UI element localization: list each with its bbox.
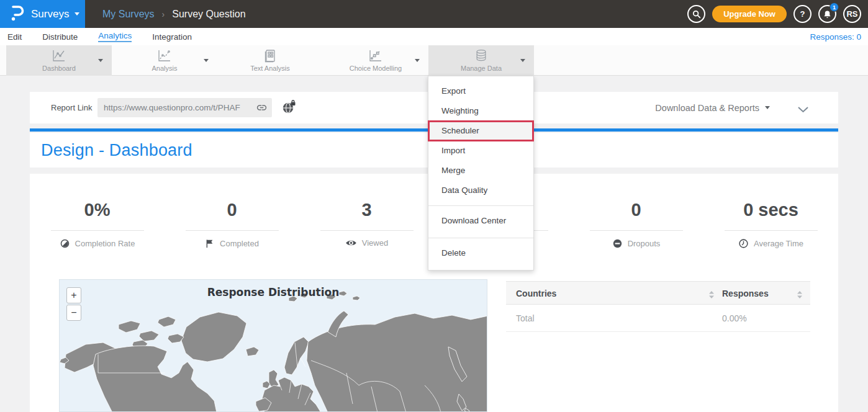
database-icon: [474, 49, 489, 63]
tab-analysis-label: Analysis: [152, 65, 178, 72]
tab-analysis[interactable]: Analysis: [112, 45, 217, 76]
nav-item-integration[interactable]: Integration: [152, 32, 192, 42]
breadcrumb-current: Survey Question: [172, 9, 245, 20]
tab-manage-data-caret-icon: [520, 59, 525, 62]
menu-item-import[interactable]: Import: [428, 141, 533, 161]
tab-manage-data-label: Manage Data: [461, 65, 502, 72]
tab-text-analysis-label: Text Analysis: [250, 65, 290, 72]
tab-text-analysis[interactable]: Text Analysis: [217, 45, 323, 76]
globe-lock-icon[interactable]: [281, 100, 297, 117]
notification-badge: 1: [830, 2, 839, 12]
search-button[interactable]: [687, 5, 705, 23]
breadcrumb-parent-link[interactable]: My Surveys: [102, 9, 155, 20]
map-zoom-controls: + −: [66, 287, 81, 321]
tab-dashboard[interactable]: Dashboard: [6, 45, 112, 76]
text-analysis-icon: [263, 49, 278, 63]
choice-modelling-icon: [368, 49, 383, 63]
stat-divider: [320, 230, 414, 231]
tab-choice-modelling-caret-icon: [415, 59, 420, 62]
nav-item-edit[interactable]: Edit: [7, 32, 22, 42]
table-row-total: Total 0.00%: [506, 305, 810, 332]
sort-icon-responses[interactable]: [797, 290, 803, 301]
viewed-label: Viewed: [362, 238, 388, 248]
manage-data-menu: Export Weighting Scheduler Import Merge …: [428, 76, 534, 271]
line-chart-icon: [52, 49, 66, 63]
completion-rate-icon: [60, 238, 70, 249]
flag-icon: [205, 238, 215, 249]
nav-item-analytics[interactable]: Analytics: [98, 31, 132, 42]
dropouts-value: 0: [569, 200, 703, 222]
surveys-caret-icon: [75, 12, 79, 16]
stat-completed: 0 Completed: [165, 174, 299, 261]
breadcrumb: My Surveys › Survey Question: [102, 0, 246, 28]
product-switcher[interactable]: Surveys: [0, 0, 85, 28]
report-url-box: [97, 98, 272, 117]
question-mark-icon: ?: [800, 9, 805, 19]
viewed-value: 3: [299, 200, 434, 222]
tab-analysis-caret-icon: [204, 59, 209, 62]
breadcrumb-separator: ›: [162, 9, 165, 19]
menu-item-weighting[interactable]: Weighting: [428, 101, 533, 121]
user-avatar[interactable]: RS: [843, 5, 861, 23]
menu-item-merge[interactable]: Merge: [428, 161, 533, 181]
tab-manage-data[interactable]: Manage Data: [428, 45, 534, 76]
eye-icon: [345, 238, 357, 248]
menu-item-data-quality[interactable]: Data Quality: [428, 181, 533, 200]
completed-label: Completed: [220, 239, 259, 248]
report-url-input[interactable]: [97, 98, 272, 117]
column-header-countries[interactable]: Countries: [516, 282, 556, 305]
sort-icon-countries[interactable]: [708, 290, 715, 301]
download-data-reports-label: Download Data & Reports: [655, 103, 759, 113]
average-time-label: Average Time: [754, 239, 803, 248]
questionpro-logo-icon: [9, 4, 25, 25]
minus-circle-icon: [612, 238, 623, 249]
collapse-chevron-icon[interactable]: [798, 104, 808, 115]
avatar-initials: RS: [846, 9, 857, 19]
stat-divider: [725, 230, 818, 231]
average-time-value: 0 secs: [703, 200, 838, 222]
help-button[interactable]: ?: [793, 5, 811, 23]
column-header-responses[interactable]: Responses: [722, 282, 769, 305]
search-icon: [692, 9, 702, 19]
link-icon[interactable]: [256, 102, 268, 116]
menu-item-export[interactable]: Export: [428, 81, 533, 101]
countries-table-header: Countries Responses: [506, 281, 810, 305]
world-map: [60, 280, 487, 412]
stat-divider: [590, 230, 683, 231]
download-caret-icon: [765, 106, 770, 109]
upgrade-now-button[interactable]: Upgrade Now: [712, 6, 787, 22]
countries-table: Countries Responses Total 0.00%: [506, 281, 810, 332]
completion-rate-label: Completion Rate: [75, 239, 135, 248]
nav-item-distribute[interactable]: Distribute: [42, 32, 78, 42]
page-title: Design - Dashboard: [41, 133, 192, 168]
response-distribution-map[interactable]: Response Distribution + −: [59, 279, 487, 412]
map-title: Response Distribution: [60, 286, 487, 298]
stat-average-time: 0 secs Average Time: [703, 174, 838, 261]
stat-divider: [51, 230, 144, 231]
tab-dashboard-label: Dashboard: [42, 65, 76, 72]
responses-count: Responses: 0: [810, 28, 861, 45]
total-responses-value: 0.00%: [722, 305, 747, 332]
map-zoom-out-button[interactable]: −: [66, 305, 81, 321]
tab-choice-modelling-label: Choice Modelling: [350, 65, 402, 72]
product-label: Surveys: [31, 8, 69, 20]
completion-rate-value: 0%: [30, 200, 165, 222]
menu-item-download-center[interactable]: Download Center: [428, 205, 533, 233]
stat-divider: [186, 230, 279, 231]
menu-item-scheduler[interactable]: Scheduler: [428, 121, 533, 141]
tab-dashboard-caret-icon: [98, 59, 103, 62]
completed-value: 0: [165, 200, 299, 222]
survey-nav-links: Edit Distribute Analytics Integration: [7, 28, 192, 45]
total-label: Total: [516, 305, 535, 332]
dropouts-label: Dropouts: [628, 239, 661, 248]
download-data-reports-dropdown[interactable]: Download Data & Reports: [655, 92, 770, 123]
tab-choice-modelling[interactable]: Choice Modelling: [323, 45, 428, 76]
stat-dropouts: 0 Dropouts: [569, 174, 703, 261]
clock-icon: [738, 238, 749, 249]
notifications-button[interactable]: 1: [818, 5, 836, 23]
stat-completion-rate: 0% Completion Rate: [30, 174, 165, 261]
menu-item-delete[interactable]: Delete: [428, 238, 533, 265]
map-zoom-in-button[interactable]: +: [66, 287, 81, 303]
top-header: Surveys My Surveys › Survey Question Upg…: [0, 0, 868, 28]
survey-nav: Edit Distribute Analytics Integration Re…: [0, 28, 868, 45]
